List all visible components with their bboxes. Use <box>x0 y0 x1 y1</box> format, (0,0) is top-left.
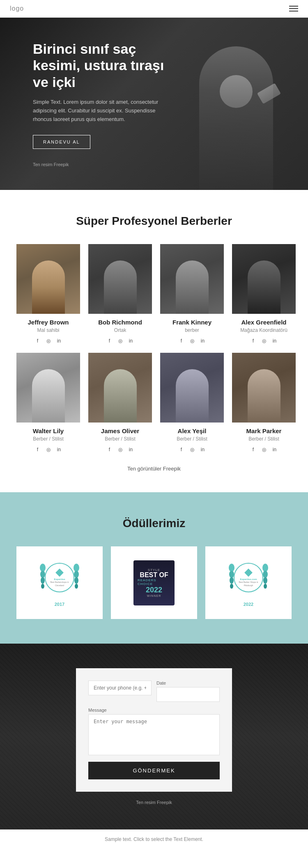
facebook-icon-alex-g[interactable]: f <box>250 337 257 345</box>
linkedin-icon-bob[interactable]: in <box>127 337 135 345</box>
awards-grid: ExpertiseBest Barbershops in Cleveland 2… <box>16 546 292 619</box>
instagram-icon-mark[interactable]: ◎ <box>260 446 268 453</box>
footer: Sample text. Click to select the Text El… <box>0 829 308 849</box>
linkedin-icon-walter[interactable]: in <box>55 446 63 453</box>
hero-title: Birinci sınıf saç kesimi, ustura tıraşı … <box>33 41 168 91</box>
award-year-expertise-2017: 2017 <box>55 602 64 607</box>
date-label: Date <box>156 681 220 685</box>
facebook-icon-mark[interactable]: f <box>250 446 257 453</box>
barber-card-mark: Mark Parker Berber / Stilist f ◎ in <box>232 353 296 453</box>
awards-title: Ödüllerimiz <box>16 517 292 530</box>
logo: logo <box>10 5 24 12</box>
contact-form: Date Message GÖNDERMEK <box>76 668 232 792</box>
barbers-more-link: Ten görüntüler Freepik <box>16 466 292 472</box>
facebook-icon-frank[interactable]: f <box>178 337 185 345</box>
form-row-phone-date: Date <box>88 681 220 702</box>
svg-point-8 <box>75 584 78 589</box>
barber-photo-jeffrey <box>16 244 80 314</box>
linkedin-icon-frank[interactable]: in <box>199 337 207 345</box>
linkedin-icon-jeffrey[interactable]: in <box>55 337 63 345</box>
svg-point-6 <box>74 571 79 578</box>
hero-cta-button[interactable]: RANDEVU AL <box>33 135 90 149</box>
awards-section: Ödüllerimiz <box>0 492 308 644</box>
hero-content: Birinci sınıf saç kesimi, ustura tıraşı … <box>12 24 201 184</box>
barber-card-walter: Walter Lily Berber / Stilist f ◎ in <box>16 353 80 453</box>
hamburger-menu[interactable] <box>289 6 298 11</box>
form-group-message: Message <box>88 708 220 762</box>
expertise-com-badge-text: Expertise.comBest Barber Shops in Pittsb… <box>234 578 262 587</box>
award-card-style-2022: Style BEST OF READERS CHOICE 2022 WINNER <box>111 546 197 619</box>
date-input[interactable] <box>156 687 220 702</box>
barber-role-frank: berber <box>185 327 199 333</box>
barber-role-jeffrey: Mal sahibi <box>37 327 59 333</box>
barber-name-james: James Oliver <box>101 427 139 434</box>
barber-name-walter: Walter Lily <box>33 427 64 434</box>
linkedin-icon-mark[interactable]: in <box>271 446 278 453</box>
instagram-icon-frank[interactable]: ◎ <box>188 337 196 345</box>
message-label: Message <box>88 708 220 713</box>
facebook-icon-alex-y[interactable]: f <box>178 446 185 453</box>
barber-photo-bob <box>88 244 152 314</box>
barber-social-alex-g: f ◎ in <box>250 337 278 345</box>
barber-photo-james <box>88 353 152 423</box>
form-group-date: Date <box>156 681 220 702</box>
barber-social-alex-y: f ◎ in <box>178 446 207 453</box>
barber-role-walter: Berber / Stilist <box>33 436 64 442</box>
instagram-icon-jeffrey[interactable]: ◎ <box>45 337 52 345</box>
linkedin-icon-alex-y[interactable]: in <box>199 446 207 453</box>
award-card-expertise-2017: ExpertiseBest Barbershops in Cleveland 2… <box>16 546 103 619</box>
facebook-icon-bob[interactable]: f <box>106 337 113 345</box>
hero-credit: Ten resim Freepik <box>33 162 168 167</box>
svg-point-17 <box>264 584 267 589</box>
message-textarea[interactable] <box>88 714 220 755</box>
instagram-icon-alex-y[interactable]: ◎ <box>188 446 196 453</box>
barber-photo-mark <box>232 353 296 423</box>
contact-section: Date Message GÖNDERMEK Ten resim Freepik <box>0 644 308 829</box>
barbers-section: Süper Profesyonel Berberler Jeffrey Brow… <box>0 190 308 492</box>
barber-photo-walter <box>16 353 80 423</box>
freepik-link-barbers[interactable]: Freepik <box>163 466 181 472</box>
facebook-icon-jeffrey[interactable]: f <box>34 337 41 345</box>
instagram-icon-bob[interactable]: ◎ <box>117 337 124 345</box>
contact-credit: Ten resim Freepik <box>136 800 172 805</box>
barber-social-james: f ◎ in <box>106 446 135 453</box>
barber-role-alex-g: Mağaza Koordinatörü <box>240 327 287 333</box>
barber-social-jeffrey: f ◎ in <box>34 337 63 345</box>
barber-social-mark: f ◎ in <box>250 446 278 453</box>
barber-card-james: James Oliver Berber / Stilist f ◎ in <box>88 353 152 453</box>
style-badge-sub-text: READERS CHOICE <box>138 578 170 586</box>
form-group-phone <box>88 681 152 702</box>
svg-point-12 <box>230 584 233 589</box>
barber-photo-frank <box>160 244 224 314</box>
instagram-icon-alex-g[interactable]: ◎ <box>260 337 268 345</box>
hero-credit-link[interactable]: Freepik <box>54 162 69 167</box>
award-year-expertise-2022: 2022 <box>244 602 253 607</box>
svg-point-2 <box>41 577 45 584</box>
badge-leaves-right-icon <box>73 563 80 592</box>
expertise-diamond-icon <box>55 568 64 577</box>
award-card-expertise-2022: Expertise.comBest Barber Shops in Pittsb… <box>205 546 292 619</box>
barbers-title: Süper Profesyonel Berberler <box>16 215 292 228</box>
hero-section: Birinci sınıf saç kesimi, ustura tıraşı … <box>0 18 308 190</box>
facebook-icon-james[interactable]: f <box>106 446 113 453</box>
barber-card-alex-y: Alex Yeşil Berber / Stilist f ◎ in <box>160 353 224 453</box>
expertise-diamond-icon-2 <box>244 568 253 577</box>
submit-button[interactable]: GÖNDERMEK <box>88 762 220 779</box>
svg-point-16 <box>263 577 267 584</box>
barber-photo-alex-y <box>160 353 224 423</box>
phone-input[interactable] <box>88 681 152 695</box>
svg-point-7 <box>74 577 78 584</box>
barber-name-jeffrey: Jeffrey Brown <box>28 319 69 326</box>
linkedin-icon-alex-g[interactable]: in <box>271 337 278 345</box>
instagram-icon-walter[interactable]: ◎ <box>45 446 52 453</box>
freepik-link-contact[interactable]: Freepik <box>157 800 172 805</box>
facebook-icon-walter[interactable]: f <box>34 446 41 453</box>
style-badge-year: 2022 <box>146 586 162 594</box>
barber-name-frank: Frank Kinney <box>172 319 211 326</box>
barber-role-james: Berber / Stilist <box>105 436 136 442</box>
svg-rect-4 <box>55 569 64 577</box>
instagram-icon-james[interactable]: ◎ <box>117 446 124 453</box>
linkedin-icon-james[interactable]: in <box>127 446 135 453</box>
barber-card-jeffrey: Jeffrey Brown Mal sahibi f ◎ in <box>16 244 80 345</box>
svg-rect-13 <box>244 569 253 577</box>
